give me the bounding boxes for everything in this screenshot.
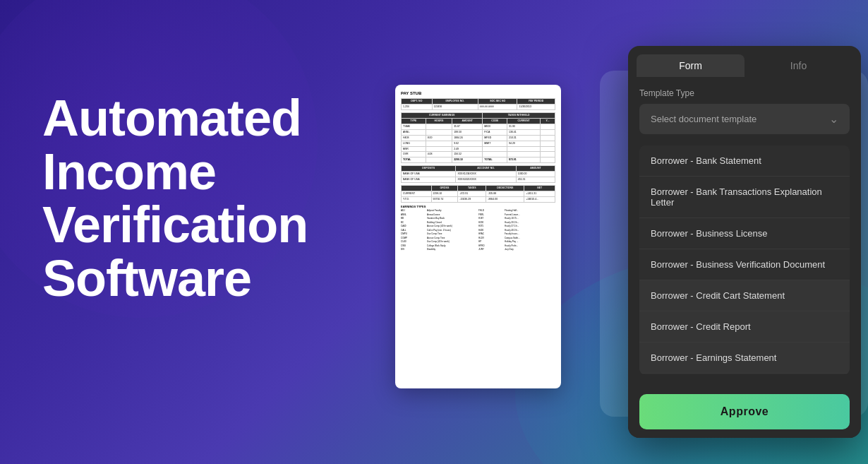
dropdown-item-7[interactable]: Borrower - Employment Verification Docum… — [639, 374, 850, 374]
dropdown-select-button[interactable]: Select document template ⌄ — [639, 104, 850, 134]
hero-line1: Automated — [42, 92, 308, 145]
tab-info[interactable]: Info — [745, 54, 852, 77]
dropdown-list: Borrower - Bank Statement Borrower - Ban… — [639, 145, 850, 374]
dropdown-item-5[interactable]: Borrower - Credit Report — [639, 311, 850, 343]
dropdown-arrow-icon: ⌄ — [829, 112, 838, 126]
hero-line4: Software — [42, 252, 308, 306]
dropdown-item-6[interactable]: Borrower - Earnings Statement — [639, 343, 850, 374]
pay-stub-card: PAY STUB DEPT. NOEMPLOYEE NO.SOC SEC NOP… — [395, 85, 561, 388]
hero-line2: Income — [42, 145, 308, 199]
tab-form[interactable]: Form — [637, 54, 745, 77]
dropdown-placeholder: Select document template — [651, 114, 757, 124]
approve-button[interactable]: Approve — [639, 394, 850, 429]
dropdown-item-2[interactable]: Borrower - Business License — [639, 218, 850, 249]
approve-button-container: Approve — [628, 386, 861, 438]
dropdown-item-1[interactable]: Borrower - Bank Transactions Explanation… — [639, 177, 850, 218]
panel-tabs: Form Info — [628, 46, 861, 77]
dropdown-item-0[interactable]: Borrower - Bank Statement — [639, 145, 850, 177]
hero-line3: Verification — [42, 198, 308, 252]
template-type-label: Template Type — [639, 88, 850, 98]
form-panel: Form Info Template Type Select document … — [628, 46, 861, 438]
panel-content: Template Type Select document template ⌄… — [628, 77, 861, 386]
dropdown-item-3[interactable]: Borrower - Business Verification Documen… — [639, 249, 850, 280]
template-type-dropdown[interactable]: Select document template ⌄ — [639, 104, 850, 134]
hero-section: Automated Income Verification Software — [42, 92, 308, 305]
dropdown-item-4[interactable]: Borrower - Credit Cart Statement — [639, 280, 850, 311]
